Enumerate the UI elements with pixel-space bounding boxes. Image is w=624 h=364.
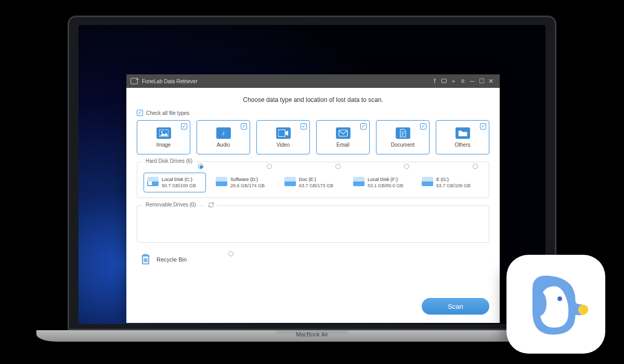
removable-title: Removable Drives (0): [142, 202, 199, 207]
camera-dot: [310, 21, 314, 24]
type-checkbox[interactable]: [480, 123, 486, 129]
type-label: Email: [336, 142, 349, 148]
drive-item[interactable]: E (G:) 63.7 GB/109 GB: [418, 173, 480, 192]
type-label: Video: [277, 142, 290, 148]
recycle-bin-row[interactable]: Recycle Bin: [137, 250, 489, 268]
facebook-icon[interactable]: f: [430, 76, 439, 86]
laptop-model-label: MacBook Air: [36, 331, 588, 337]
feedback-icon[interactable]: [439, 76, 449, 86]
drive-size: 50.7 GB/100 GB: [162, 183, 196, 189]
product-logo-badge: [506, 255, 605, 354]
type-card-email[interactable]: Email: [316, 120, 370, 154]
image-icon: [157, 127, 171, 139]
hard-disk-section: Hard Disk Drives (6) Local Disk (C:) 50.…: [137, 162, 489, 198]
type-label: Document: [391, 142, 415, 148]
recycle-bin-label: Recycle Bin: [157, 256, 187, 263]
drive-radio[interactable]: [335, 164, 341, 169]
drive-radio[interactable]: [267, 164, 272, 169]
email-icon: [336, 127, 350, 139]
drive-radio[interactable]: [473, 164, 478, 169]
check-all-row[interactable]: Check all file types: [137, 110, 489, 116]
laptop-base: MacBook Air: [36, 330, 588, 342]
type-card-video[interactable]: Video: [256, 120, 310, 154]
audio-icon: ♪: [216, 127, 231, 139]
type-card-image[interactable]: Image: [137, 120, 190, 154]
check-all-checkbox[interactable]: [137, 110, 143, 116]
maximize-icon[interactable]: ☐: [477, 76, 486, 86]
drive-name: Doc (E:): [299, 176, 333, 183]
drive-item[interactable]: Doc (E:) 63.7 GB/173 GB: [281, 173, 343, 192]
drive-item[interactable]: Local Disk (C:) 50.7 GB/100 GB: [144, 173, 206, 192]
svg-rect-3: [278, 129, 285, 136]
close-icon[interactable]: ✕: [486, 76, 496, 86]
recycle-radio[interactable]: [228, 251, 233, 256]
app-content: Choose data type and location of lost da…: [126, 88, 500, 323]
drive-name: Local Disk (C:): [162, 176, 196, 183]
app-window: FoneLab Data Retriever f ＋ ≡ ─ ☐ ✕ Choos…: [126, 74, 500, 323]
file-type-grid: Image ♪ Audio Video: [137, 120, 489, 154]
plus-icon[interactable]: ＋: [449, 76, 458, 86]
drive-name: E (G:): [436, 176, 471, 183]
check-all-label: Check all file types: [146, 110, 189, 116]
drive-icon: [422, 177, 433, 186]
laptop-frame: FoneLab Data Retriever f ＋ ≡ ─ ☐ ✕ Choos…: [68, 16, 556, 343]
svg-point-7: [578, 305, 589, 315]
drive-icon: [147, 177, 159, 186]
type-checkbox[interactable]: [181, 123, 187, 129]
app-icon: [131, 78, 138, 84]
drive-item[interactable]: Local Disk (F:) 53.1 GB/80.0 GB: [349, 173, 412, 192]
dog-logo-icon: [517, 265, 595, 343]
drive-icon: [216, 177, 227, 186]
drive-size: 28.6 GB/174 GB: [230, 183, 265, 189]
type-card-document[interactable]: Document: [376, 120, 430, 154]
type-card-others[interactable]: Others: [436, 120, 489, 154]
video-icon: [276, 127, 291, 139]
drives-row: Local Disk (C:) 50.7 GB/100 GB Software …: [144, 173, 483, 192]
drive-icon: [284, 177, 296, 186]
type-checkbox[interactable]: [241, 123, 247, 129]
window-title: FoneLab Data Retriever: [142, 79, 198, 84]
type-label: Audio: [217, 142, 230, 148]
removable-section: Removable Drives (0): [137, 205, 489, 243]
titlebar: FoneLab Data Retriever f ＋ ≡ ─ ☐ ✕: [126, 74, 500, 88]
laptop-bezel: FoneLab Data Retriever f ＋ ≡ ─ ☐ ✕ Choos…: [68, 16, 556, 330]
page-heading: Choose data type and location of lost da…: [137, 96, 489, 103]
menu-icon[interactable]: ≡: [458, 76, 467, 86]
type-checkbox[interactable]: [360, 123, 367, 129]
type-card-audio[interactable]: ♪ Audio: [197, 120, 250, 154]
minimize-icon[interactable]: ─: [467, 76, 477, 86]
hard-disk-title: Hard Disk Drives (6): [142, 158, 196, 164]
trash-icon: [140, 253, 151, 266]
type-label: Image: [157, 142, 171, 148]
svg-point-6: [532, 291, 547, 316]
laptop-screen: FoneLab Data Retriever f ＋ ≡ ─ ☐ ✕ Choos…: [79, 25, 545, 324]
type-label: Others: [454, 142, 470, 148]
svg-rect-4: [339, 130, 347, 136]
drive-radio[interactable]: [404, 164, 409, 169]
scan-button[interactable]: Scan: [422, 298, 489, 315]
svg-point-8: [557, 296, 562, 301]
folder-icon: [456, 127, 470, 139]
footer-row: Scan: [137, 298, 489, 315]
svg-point-2: [161, 131, 162, 133]
document-icon: [396, 127, 410, 139]
refresh-icon[interactable]: [205, 202, 217, 209]
drive-name: Software (D:): [230, 176, 265, 183]
drive-name: Local Disk (F:): [368, 176, 404, 183]
type-checkbox[interactable]: [301, 123, 307, 129]
drive-icon: [353, 177, 365, 186]
drive-item[interactable]: Software (D:) 28.6 GB/174 GB: [212, 173, 275, 192]
drive-size: 53.1 GB/80.0 GB: [368, 183, 404, 189]
drive-size: 63.7 GB/173 GB: [299, 183, 333, 189]
type-checkbox[interactable]: [420, 123, 426, 129]
drive-size: 63.7 GB/109 GB: [436, 183, 471, 189]
drive-radio[interactable]: [198, 164, 203, 169]
